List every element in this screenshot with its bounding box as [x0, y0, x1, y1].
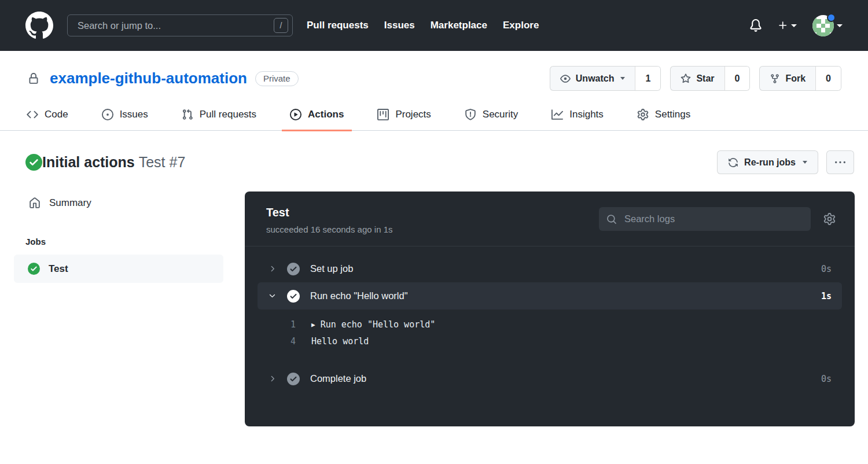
summary-label: Summary [49, 197, 91, 209]
tab-issues[interactable]: Issues [94, 100, 156, 131]
run-title: Initial actions Test #7 [42, 154, 185, 171]
log-panel-tools [599, 207, 836, 231]
fork-button-group: Fork 0 [759, 66, 841, 91]
search-shortcut-key: / [274, 18, 288, 33]
sidebar-job-test[interactable]: Test [14, 255, 223, 283]
step-name: Run echo "Hello world" [310, 290, 408, 301]
check-circle-icon [28, 263, 40, 275]
tab-projects[interactable]: Projects [369, 100, 439, 131]
log-line-text: Run echo "Hello world" [321, 316, 436, 333]
eye-icon [560, 73, 571, 84]
job-status-line: succeeded 16 seconds ago in 1s [266, 224, 393, 234]
chevron-right-icon [268, 264, 277, 273]
graph-icon [551, 109, 563, 120]
watch-button-group: Unwatch 1 [550, 66, 661, 91]
check-circle-icon [287, 290, 300, 303]
chevron-down-icon [268, 292, 277, 300]
step-duration: 1s [821, 291, 832, 301]
step-name: Complete job [310, 373, 366, 384]
check-circle-icon [25, 154, 42, 171]
log-line: 4 Hello world [278, 333, 842, 350]
project-icon [377, 109, 389, 120]
run-options-kebab-button[interactable] [826, 150, 854, 174]
step-complete-job[interactable]: Complete job 0s [258, 365, 842, 392]
create-new-menu[interactable] [778, 20, 797, 31]
tab-insights[interactable]: Insights [543, 100, 612, 131]
tab-settings[interactable]: Settings [629, 100, 698, 131]
tab-actions[interactable]: Actions [282, 100, 352, 131]
nav-link-marketplace[interactable]: Marketplace [431, 20, 487, 31]
workflow-run-header: Initial actions Test #7 Re-run jobs [0, 131, 868, 188]
fork-count[interactable]: 0 [815, 67, 841, 90]
sidebar-item-summary[interactable]: Summary [14, 192, 223, 215]
top-nav-right [749, 15, 843, 36]
global-search-input[interactable] [76, 20, 269, 32]
log-search [599, 207, 811, 231]
tab-pull-requests[interactable]: Pull requests [174, 100, 264, 131]
home-icon [29, 197, 41, 209]
log-line: 1 ▶ Run echo "Hello world" [278, 316, 842, 333]
plus-icon [778, 20, 788, 31]
run-content: Summary Jobs Test Test succeeded 16 seco… [0, 192, 868, 426]
step-run-echo[interactable]: Run echo "Hello world" 1s [258, 282, 842, 310]
rerun-jobs-button[interactable]: Re-run jobs [717, 150, 818, 174]
workflow-name: Initial actions [42, 154, 135, 170]
step-log-output: 1 ▶ Run echo "Hello world" 4 Hello world [258, 310, 842, 358]
run-sidebar: Summary Jobs Test [14, 192, 223, 283]
chevron-down-icon [791, 24, 797, 27]
repo-name-link[interactable]: example-github-automation [50, 69, 247, 87]
check-circle-icon [287, 263, 300, 275]
log-search-input[interactable] [623, 213, 803, 225]
repo-forked-icon [770, 73, 780, 84]
watch-count[interactable]: 1 [635, 67, 660, 90]
nav-link-issues[interactable]: Issues [384, 20, 415, 31]
panel-job-name: Test [266, 206, 393, 219]
top-nav-links: Pull requests Issues Marketplace Explore [307, 20, 539, 31]
tab-security[interactable]: Security [457, 100, 526, 131]
github-logo-icon[interactable] [25, 12, 53, 39]
step-name: Set up job [310, 263, 353, 274]
job-log-panel: Test succeeded 16 seconds ago in 1s [245, 192, 855, 426]
star-icon [681, 73, 691, 84]
check-circle-icon [287, 373, 300, 385]
visibility-badge: Private [255, 71, 299, 86]
chevron-down-icon [837, 24, 843, 27]
run-number: Test #7 [139, 154, 186, 170]
shield-icon [465, 109, 476, 120]
log-settings-gear-icon[interactable] [823, 213, 836, 225]
kebab-horizontal-icon [835, 157, 845, 168]
nav-link-explore[interactable]: Explore [503, 20, 539, 31]
issue-opened-icon [102, 109, 113, 120]
top-nav: / Pull requests Issues Marketplace Explo… [0, 0, 868, 51]
step-duration: 0s [821, 374, 832, 384]
code-icon [27, 109, 38, 120]
user-menu[interactable] [812, 15, 843, 36]
unread-notification-dot [827, 13, 836, 22]
fork-button[interactable]: Fork [760, 67, 815, 90]
log-line-text: Hello world [311, 333, 369, 350]
chevron-right-icon [268, 374, 277, 383]
job-steps: Set up job 0s Run echo "Hello world" 1s … [245, 246, 855, 392]
git-pull-request-icon [182, 109, 193, 120]
tab-code[interactable]: Code [19, 100, 76, 131]
repo-header: example-github-automation Private Unwatc… [0, 51, 868, 100]
star-button-group: Star 0 [670, 66, 750, 91]
star-button[interactable]: Star [671, 67, 724, 90]
step-set-up-job[interactable]: Set up job 0s [258, 255, 842, 282]
step-duration: 0s [821, 264, 832, 274]
job-name-label: Test [49, 263, 68, 275]
jobs-heading: Jobs [14, 237, 223, 246]
star-count[interactable]: 0 [724, 67, 750, 90]
gear-icon [637, 109, 649, 120]
nav-link-pull-requests[interactable]: Pull requests [307, 20, 369, 31]
search-icon [606, 214, 617, 224]
repo-tab-bar: Code Issues Pull requests Actions Projec… [0, 100, 868, 131]
notifications-bell-icon[interactable] [749, 19, 762, 32]
log-line-number[interactable]: 1 [278, 316, 296, 333]
global-search: / [67, 14, 293, 36]
log-group-marker[interactable]: ▶ [311, 316, 315, 333]
chevron-down-icon [620, 77, 625, 80]
unwatch-button[interactable]: Unwatch [550, 67, 635, 90]
log-line-number[interactable]: 4 [278, 333, 296, 350]
sync-icon [728, 157, 738, 168]
